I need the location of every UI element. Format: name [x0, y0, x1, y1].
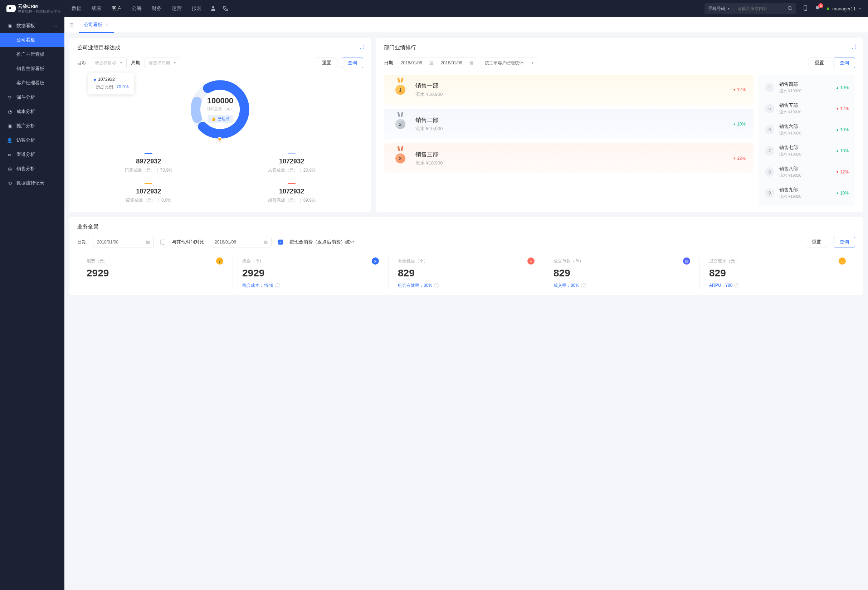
search-type-select[interactable]: 手机号码▼: [704, 6, 734, 12]
kpi-item: 成交单数（单）▤829成交率：80% ?: [544, 257, 700, 288]
topnav-item[interactable]: 财务: [152, 5, 162, 12]
query-button[interactable]: 查询: [834, 57, 855, 68]
sidebar-item-icon: ▽: [7, 95, 12, 100]
topnav-item[interactable]: 客户: [112, 5, 122, 12]
kpi-icon: 💰: [216, 257, 223, 265]
label-date: 日期: [384, 60, 393, 66]
checkbox-cash[interactable]: ✓: [278, 240, 283, 244]
rank-rest-item[interactable]: 6销售六部流水 ¥19020▲10%: [759, 119, 855, 140]
tab-label: 公司看板: [84, 21, 102, 28]
kpi-item: 机会（个）➤2929机会成本：¥948 ?: [233, 257, 388, 288]
sidebar-sub-item[interactable]: 推广主管看板: [0, 47, 64, 62]
topnav-item[interactable]: 公海: [132, 5, 142, 12]
topnav-item[interactable]: 数据: [72, 5, 81, 12]
rank-rest-list: 4销售四部流水 ¥19020▲10%5销售五部流水 ¥19020▼12%6销售六…: [759, 75, 855, 206]
main: ☰ 公司看板 ✕ ⛶ 公司业绩目标达成 目标 请选择目标▼ 周期 请选择周期▼: [64, 17, 868, 590]
kpi-icon: ▭: [838, 257, 846, 265]
donut-chart: 100000 目标总量（元） 👍已达成: [186, 75, 254, 143]
user-menu[interactable]: manager11 ▼: [827, 6, 862, 12]
search-input[interactable]: [734, 6, 784, 11]
medal-icon: 3: [392, 150, 409, 167]
sidebar-item-icon: ▣: [7, 124, 12, 128]
svg-point-1: [788, 6, 791, 9]
kpi-icon: ✦: [527, 257, 534, 265]
help-icon[interactable]: ?: [434, 283, 439, 288]
rank-rest-item[interactable]: 9销售九部流水 ¥19020▲10%: [759, 182, 855, 203]
sidebar-item-icon: ∞: [7, 152, 12, 157]
medal-icon: 2: [392, 115, 409, 132]
reset-button[interactable]: 重置: [809, 57, 830, 68]
goal-stat: 1072932应完成量（元）|8.9%: [77, 183, 220, 203]
topnav-item[interactable]: 报名: [192, 5, 202, 12]
kpi-icon: ▤: [683, 257, 690, 265]
kpi-item: 消费（元）💰2929: [77, 257, 233, 288]
expand-icon[interactable]: ⛶: [360, 44, 364, 49]
rank-top-card[interactable]: 2销售二部流水 ¥10,900▲10%: [384, 109, 753, 139]
rank-rest-item[interactable]: 5销售五部流水 ¥19020▼12%: [759, 98, 855, 119]
medal-icon: 1: [392, 81, 409, 99]
sidebar-item[interactable]: ∞渠道分析: [0, 147, 64, 162]
rank-rest-item[interactable]: 8销售八部流水 ¥19020▼12%: [759, 161, 855, 182]
card-title: 业务全景: [77, 224, 855, 230]
brand-name: 云朵CRM: [18, 4, 61, 9]
logo[interactable]: 云朵CRM 教育机构一站式服务云平台: [6, 4, 61, 13]
tab-bar: ☰ 公司看板 ✕: [64, 17, 868, 33]
select-target[interactable]: 请选择目标▼: [91, 57, 127, 68]
phone-icon[interactable]: [223, 5, 228, 12]
label-date: 日期: [77, 239, 87, 245]
top-nav: 数据线索客户公海财务运营报名: [72, 5, 202, 12]
query-button[interactable]: 查询: [342, 57, 363, 68]
sidebar-item-icon: ◎: [7, 166, 12, 171]
date-input-compare[interactable]: 2018/01/08▦: [211, 237, 272, 247]
goal-stat: 1072932超额完成（元）|89.9%: [220, 183, 363, 203]
sidebar-item[interactable]: ▣推广分析: [0, 119, 64, 133]
reset-button[interactable]: 重置: [806, 237, 827, 247]
close-icon[interactable]: ✕: [105, 22, 109, 27]
date-input[interactable]: 2018/01/08▦: [93, 237, 154, 247]
tab-company-board[interactable]: 公司看板 ✕: [79, 17, 114, 33]
sidebar-item[interactable]: ▽漏斗分析: [0, 90, 64, 104]
query-button[interactable]: 查询: [834, 237, 855, 247]
bell-icon[interactable]: 5: [815, 5, 821, 12]
reset-button[interactable]: 重置: [316, 57, 337, 68]
topnav-item[interactable]: 线索: [92, 5, 102, 12]
rank-top-card[interactable]: 3销售三部流水 ¥10,900▼12%: [384, 143, 753, 174]
rank-rest-item[interactable]: 4销售四部流水 ¥19020▲10%: [759, 77, 855, 98]
date-range-input[interactable]: 2018/01/08至2018/01/08 ▦: [397, 57, 477, 68]
sidebar-group-dashboard[interactable]: ▣数据看板 ︿: [0, 19, 64, 33]
status-dot-icon: [827, 7, 830, 10]
sidebar: ▣数据看板 ︿ 公司看板推广主管看板销售主管看板客户经理看板 ▽漏斗分析◔成本分…: [0, 17, 64, 590]
expand-icon[interactable]: ⛶: [852, 44, 856, 49]
card-business-overview: 业务全景 日期 2018/01/08▦ 与其他时间对比 2018/01/08▦ …: [69, 217, 863, 295]
sidebar-sub-item[interactable]: 销售主管看板: [0, 62, 64, 76]
search-icon[interactable]: [784, 6, 796, 12]
search-box: 手机号码▼: [704, 3, 796, 14]
sidebar-item[interactable]: ◔成本分析: [0, 104, 64, 119]
goal-stat: 8972932已完成量（元）|70.9%: [77, 153, 220, 174]
donut-value: 100000: [207, 96, 233, 106]
select-stat-type[interactable]: 按工单客户经理统计▼: [481, 57, 538, 68]
username: manager11: [832, 6, 856, 12]
sidebar-item[interactable]: ◎销售分析: [0, 162, 64, 176]
sidebar-item[interactable]: 👤访客分析: [0, 133, 64, 147]
rank-rest-item[interactable]: 7销售七部流水 ¥19020▲10%: [759, 140, 855, 161]
select-period[interactable]: 请选择周期▼: [145, 57, 180, 68]
label-period: 周期: [131, 60, 140, 66]
sidebar-sub-item[interactable]: 公司看板: [0, 33, 64, 47]
device-icon[interactable]: [803, 5, 808, 12]
calendar-icon: ▦: [264, 240, 268, 244]
help-icon[interactable]: ?: [734, 283, 739, 288]
help-icon[interactable]: ?: [581, 283, 586, 288]
card-title: 部门业绩排行: [384, 44, 855, 51]
sidebar-item[interactable]: ⟲数据流转记录: [0, 176, 64, 190]
checkbox-compare[interactable]: [160, 240, 165, 244]
rank-top-card[interactable]: 1销售一部流水 ¥10,900▼12%: [384, 75, 753, 105]
topnav-item[interactable]: 运营: [172, 5, 182, 12]
help-icon[interactable]: ?: [275, 283, 280, 288]
sidebar-sub-item[interactable]: 客户经理看板: [0, 76, 64, 90]
thumb-icon: 👍: [211, 116, 216, 121]
menu-icon[interactable]: ☰: [69, 22, 74, 28]
label-cash: 按现金消费（返点后消费）统计: [289, 239, 354, 245]
goal-stat: 1072932未完成量（元）|20.9%: [220, 153, 363, 174]
user-icon[interactable]: [210, 5, 216, 12]
